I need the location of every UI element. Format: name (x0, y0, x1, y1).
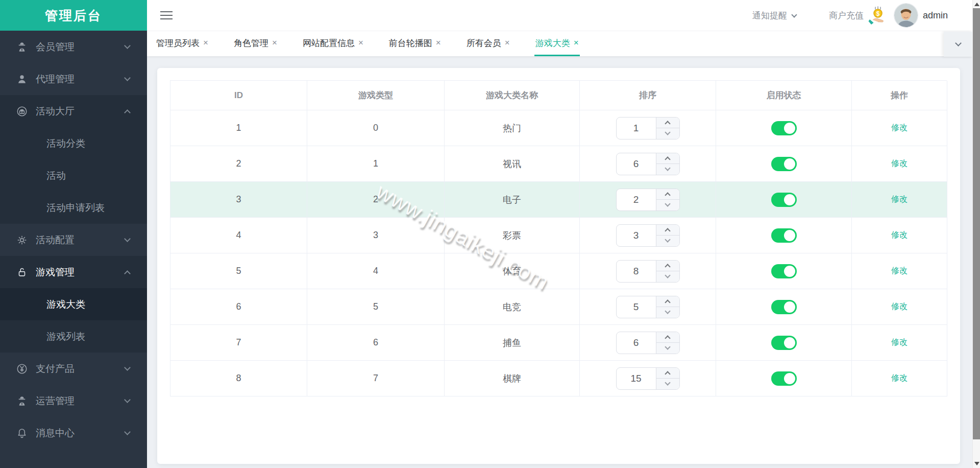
sidebar-item-label: 活动大厅 (36, 105, 75, 118)
column-header-id: ID (170, 81, 307, 110)
chevron-up-icon (665, 193, 670, 198)
notification-dropdown[interactable]: 通知提醒 (752, 10, 796, 21)
decrease-button[interactable] (656, 164, 679, 175)
close-icon[interactable]: × (203, 38, 208, 48)
sort-value[interactable]: 6 (617, 153, 656, 175)
increase-button[interactable] (656, 296, 679, 308)
cell-name: 热门 (445, 110, 580, 146)
enable-toggle[interactable] (771, 264, 797, 278)
increase-button[interactable] (656, 153, 679, 165)
decrease-button[interactable] (656, 200, 679, 210)
tab-all-members[interactable]: 所有会员 × (465, 31, 511, 56)
chevron-down-icon (791, 12, 797, 17)
sidebar-item-activity-config[interactable]: 活动配置 (0, 224, 147, 256)
sidebar-group-activity-hall: 活动大厅 活动分类 活动 活动申请列表 (0, 95, 147, 224)
enable-toggle[interactable] (771, 193, 797, 207)
cell-id: 5 (170, 253, 307, 289)
enable-toggle[interactable] (771, 336, 797, 350)
tab-game-category[interactable]: 游戏大类 × (534, 31, 580, 56)
increase-button[interactable] (656, 225, 679, 236)
game-category-table: ID 游戏类型 游戏大类名称 排序 启用状态 操作 1 0 热门 1 修改 (170, 80, 947, 396)
close-icon[interactable]: × (436, 38, 441, 48)
edit-link[interactable]: 修改 (891, 123, 908, 133)
increase-button[interactable] (656, 261, 679, 272)
cell-sort: 15 (580, 361, 716, 396)
increase-button[interactable] (656, 189, 679, 200)
edit-link[interactable]: 修改 (891, 266, 908, 276)
cell-sort: 3 (580, 218, 716, 253)
scroll-down-arrow[interactable] (974, 462, 979, 465)
avatar[interactable] (894, 4, 918, 27)
edit-link[interactable]: 修改 (891, 373, 908, 384)
sidebar-item-message-center[interactable]: 消息中心 (0, 417, 147, 449)
sort-value[interactable]: 2 (617, 189, 656, 210)
edit-link[interactable]: 修改 (891, 301, 908, 312)
sidebar-item-payment-product[interactable]: 支付产品 (0, 353, 147, 385)
enable-toggle[interactable] (771, 121, 797, 135)
decrease-button[interactable] (656, 271, 679, 282)
cell-sort: 6 (580, 325, 716, 361)
sidebar-item-activity-hall[interactable]: 活动大厅 (0, 95, 147, 127)
tab-label: 网站配置信息 (303, 37, 355, 49)
cell-status (716, 146, 852, 182)
sort-value[interactable]: 8 (617, 261, 656, 282)
tab-site-config[interactable]: 网站配置信息 × (302, 31, 364, 56)
username: admin (923, 10, 948, 21)
coin-hand-icon[interactable]: $ (868, 6, 888, 28)
tab-carousel[interactable]: 前台轮播图 × (388, 31, 442, 56)
enable-toggle[interactable] (771, 157, 797, 171)
sort-value[interactable]: 15 (617, 368, 656, 389)
sidebar-subitem-label: 游戏列表 (46, 330, 85, 343)
edit-link[interactable]: 修改 (891, 230, 908, 241)
sort-number-input: 5 (616, 296, 680, 318)
yen-icon (16, 363, 28, 375)
sidebar-item-game-mgmt[interactable]: 游戏管理 (0, 256, 147, 288)
sidebar-collapse-button[interactable] (160, 9, 173, 22)
cell-status (716, 182, 852, 218)
close-icon[interactable]: × (358, 38, 363, 48)
enable-toggle[interactable] (771, 228, 797, 243)
tab-admin-list[interactable]: 管理员列表 × (155, 31, 209, 56)
tab-overflow-button[interactable] (944, 32, 972, 57)
decrease-button[interactable] (656, 128, 679, 139)
sort-value[interactable]: 3 (617, 225, 656, 246)
edit-link[interactable]: 修改 (891, 158, 908, 169)
enable-toggle[interactable] (771, 300, 797, 314)
sidebar-subitem-label: 活动分类 (46, 137, 85, 150)
sidebar-item-game-category[interactable]: 游戏大类 (0, 288, 147, 320)
scroll-up-arrow[interactable] (974, 3, 979, 6)
cell-type: 1 (307, 146, 445, 182)
decrease-button[interactable] (656, 307, 679, 318)
sidebar-item-activity-apply-list[interactable]: 活动申请列表 (0, 192, 147, 224)
decrease-button[interactable] (656, 236, 679, 246)
edit-link[interactable]: 修改 (891, 194, 908, 205)
enable-toggle[interactable] (771, 371, 797, 386)
increase-button[interactable] (656, 368, 679, 379)
sidebar-item-member-mgmt[interactable]: 会员管理 (0, 31, 147, 63)
sort-value[interactable]: 5 (617, 296, 656, 318)
sort-value[interactable]: 1 (617, 118, 656, 139)
scrollbar-thumb[interactable] (973, 8, 980, 439)
merchant-recharge-link[interactable]: 商户充值 (829, 10, 864, 21)
chevron-down-icon (124, 42, 131, 49)
sidebar-item-game-list[interactable]: 游戏列表 (0, 320, 147, 353)
decrease-button[interactable] (656, 343, 679, 354)
app-logo: 管理后台 (0, 0, 147, 31)
notification-label: 通知提醒 (752, 10, 787, 21)
close-icon[interactable]: × (574, 38, 579, 48)
sort-value[interactable]: 6 (617, 332, 656, 354)
close-icon[interactable]: × (505, 38, 510, 48)
sidebar-item-operation-mgmt[interactable]: 运营管理 (0, 385, 147, 417)
sidebar-item-agent-mgmt[interactable]: 代理管理 (0, 63, 147, 95)
edit-link[interactable]: 修改 (891, 337, 908, 348)
cell-action: 修改 (852, 325, 947, 361)
tab-role-mgmt[interactable]: 角色管理 × (233, 31, 278, 56)
page-scrollbar[interactable] (972, 0, 980, 468)
sidebar-item-activity[interactable]: 活动 (0, 159, 147, 192)
increase-button[interactable] (656, 332, 679, 343)
sidebar-item-activity-category[interactable]: 活动分类 (0, 127, 147, 159)
sidebar-subitem-label: 活动申请列表 (46, 201, 105, 215)
decrease-button[interactable] (656, 379, 679, 389)
close-icon[interactable]: × (272, 38, 277, 48)
increase-button[interactable] (656, 118, 679, 129)
